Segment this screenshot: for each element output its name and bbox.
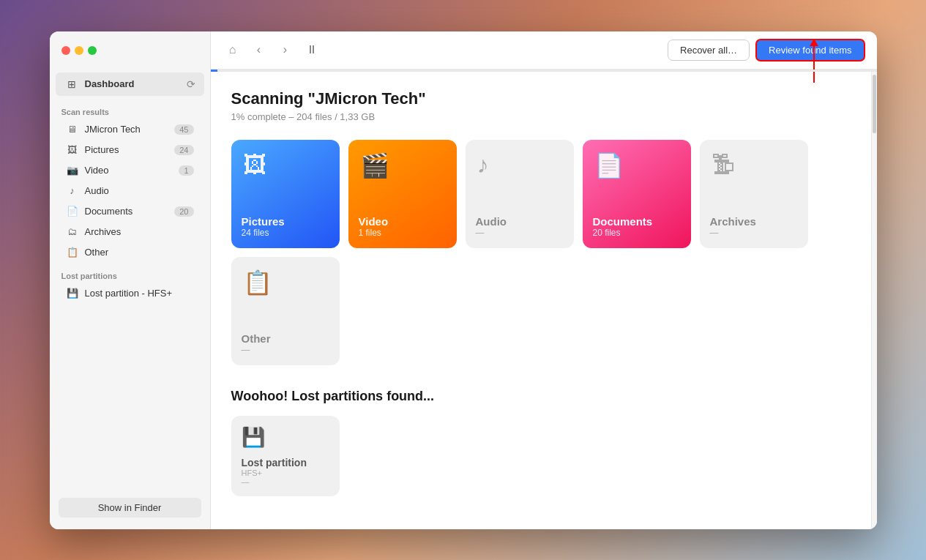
category-card-audio[interactable]: ♪ Audio — xyxy=(466,140,574,248)
maximize-button[interactable] xyxy=(88,46,97,55)
documents-card-icon: 📄 xyxy=(594,152,624,179)
scan-subtitle: 1% complete – 204 files / 1,33 GB xyxy=(231,111,851,122)
close-button[interactable] xyxy=(61,46,70,55)
arrow-annotation xyxy=(810,39,818,83)
category-card-video[interactable]: 🎬 Video 1 files xyxy=(348,140,457,248)
category-card-documents[interactable]: 📄 Documents 20 files xyxy=(583,140,691,248)
lost-partition-sub: HFS+ xyxy=(242,468,329,477)
sidebar-item-pictures[interactable]: 🖼 Pictures 24 xyxy=(54,140,206,160)
home-icon[interactable]: ⌂ xyxy=(223,40,243,60)
lost-partition-name: Lost partition xyxy=(242,457,329,468)
scan-results-section-label: Scan results xyxy=(50,99,210,119)
content-area: Scanning "JMicron Tech" 1% complete – 20… xyxy=(211,72,871,529)
scan-title: Scanning "JMicron Tech" xyxy=(231,89,851,108)
dashboard-label: Dashboard xyxy=(85,78,187,89)
progress-bar-container xyxy=(211,70,877,72)
archives-card-icon: 🗜 xyxy=(712,152,735,179)
category-count: 24 files xyxy=(242,228,329,238)
sidebar-item-label: Archives xyxy=(85,226,194,237)
traffic-lights xyxy=(61,46,97,55)
category-name: Documents xyxy=(593,215,681,228)
sidebar-item-label: Video xyxy=(85,165,179,176)
category-count: 1 files xyxy=(359,228,447,238)
lost-partitions-title: Woohoo! Lost partitions found... xyxy=(231,389,851,404)
sidebar-item-label: JMicron Tech xyxy=(85,124,175,135)
other-card-icon: 📋 xyxy=(243,269,272,296)
back-icon[interactable]: ‹ xyxy=(249,40,269,60)
sidebar-item-label: Audio xyxy=(85,185,194,196)
sidebar-item-audio[interactable]: ♪ Audio xyxy=(54,181,206,201)
sidebar-item-label: Documents xyxy=(85,206,175,217)
spinner-icon: ⟳ xyxy=(187,78,195,90)
dashboard-icon: ⊞ xyxy=(64,77,79,92)
audio-card-icon: ♪ xyxy=(477,152,489,179)
category-count: 20 files xyxy=(593,228,681,238)
video-icon: 📷 xyxy=(66,164,79,177)
sidebar-item-label: Lost partition - HFS+ xyxy=(85,288,194,299)
sidebar-item-badge: 1 xyxy=(179,165,193,176)
archives-icon: 🗂 xyxy=(66,225,79,239)
forward-icon[interactable]: › xyxy=(275,40,296,60)
category-count: — xyxy=(476,228,564,238)
lost-partition-icon: 💾 xyxy=(242,426,265,449)
lost-partition-card[interactable]: 💾 Lost partition HFS+ — xyxy=(231,416,340,496)
category-name: Pictures xyxy=(242,215,329,228)
category-grid: 🖼 Pictures 24 files 🎬 Video 1 files ♪ Au… xyxy=(231,140,851,365)
scrollbar[interactable] xyxy=(871,72,877,529)
toolbar: ⌂ ‹ › ⏸ Recover all… Review found items xyxy=(211,31,877,70)
sidebar-item-badge: 24 xyxy=(174,145,193,155)
sidebar-item-jmicron[interactable]: 🖥 JMicron Tech 45 xyxy=(54,119,206,140)
category-count: — xyxy=(242,345,329,355)
pause-icon[interactable]: ⏸ xyxy=(302,40,322,60)
arrow-head xyxy=(810,39,818,46)
category-card-archives[interactable]: 🗜 Archives — xyxy=(700,140,808,248)
lost-partitions-section-label: Lost partitions xyxy=(50,263,210,283)
scrollbar-thumb[interactable] xyxy=(873,75,876,133)
category-name: Video xyxy=(359,215,447,228)
category-name: Archives xyxy=(710,215,798,228)
category-name: Other xyxy=(242,332,329,345)
sidebar-titlebar xyxy=(50,31,210,70)
app-window: ⊞ Dashboard ⟳ Scan results 🖥 JMicron Tec… xyxy=(50,31,877,529)
pictures-icon: 🖼 xyxy=(66,143,79,157)
audio-icon: ♪ xyxy=(66,184,79,198)
pictures-card-icon: 🖼 xyxy=(243,152,266,179)
show-finder-button[interactable]: Show in Finder xyxy=(59,498,201,518)
other-icon: 📋 xyxy=(66,246,79,259)
sidebar-item-label: Other xyxy=(85,247,194,258)
sidebar-item-badge: 45 xyxy=(174,124,193,135)
minimize-button[interactable] xyxy=(75,46,83,55)
documents-icon: 📄 xyxy=(66,205,79,218)
sidebar-item-label: Pictures xyxy=(85,144,175,155)
sidebar-item-other[interactable]: 📋 Other xyxy=(54,242,206,263)
sidebar: ⊞ Dashboard ⟳ Scan results 🖥 JMicron Tec… xyxy=(50,31,211,529)
sidebar-item-archives[interactable]: 🗂 Archives xyxy=(54,222,206,242)
arrow-line xyxy=(813,46,815,83)
progress-bar-fill xyxy=(211,70,217,72)
main-content: ⌂ ‹ › ⏸ Recover all… Review found items … xyxy=(211,31,877,529)
video-card-icon: 🎬 xyxy=(360,152,389,179)
sidebar-item-lost-partition[interactable]: 💾 Lost partition - HFS+ xyxy=(54,283,206,304)
drive-icon: 🖥 xyxy=(66,123,79,136)
category-name: Audio xyxy=(476,215,564,228)
sidebar-item-video[interactable]: 📷 Video 1 xyxy=(54,160,206,181)
sidebar-item-badge: 20 xyxy=(174,206,193,217)
sidebar-item-documents[interactable]: 📄 Documents 20 xyxy=(54,201,206,222)
partition-icon: 💾 xyxy=(66,287,79,300)
recover-all-button[interactable]: Recover all… xyxy=(668,40,750,61)
lost-partition-dash: — xyxy=(242,477,329,486)
category-count: — xyxy=(710,228,798,238)
category-card-other[interactable]: 📋 Other — xyxy=(231,257,340,365)
dashboard-item[interactable]: ⊞ Dashboard ⟳ xyxy=(56,72,204,96)
category-card-pictures[interactable]: 🖼 Pictures 24 files xyxy=(231,140,340,248)
